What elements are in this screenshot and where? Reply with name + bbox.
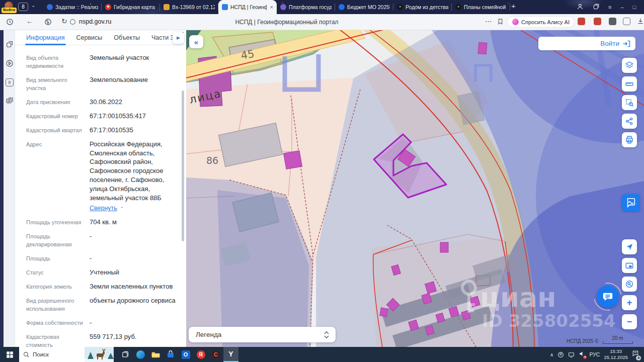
language-indicator[interactable]: РУС bbox=[589, 351, 600, 357]
yandex-browser-icon[interactable]: Y bbox=[223, 347, 238, 362]
store-icon[interactable] bbox=[163, 347, 178, 362]
chat-support-button[interactable] bbox=[597, 286, 619, 308]
login-arrow-icon bbox=[622, 40, 630, 47]
tab-favicon bbox=[280, 4, 286, 10]
history-clock-icon[interactable] bbox=[6, 18, 14, 27]
panel-scrollbar[interactable] bbox=[182, 90, 184, 241]
tab-objects[interactable]: Объекты bbox=[114, 34, 140, 41]
legend-dropdown[interactable]: Легенда bbox=[189, 327, 336, 342]
more-icon[interactable]: ⋯ bbox=[485, 17, 492, 25]
windows-stack-icon[interactable] bbox=[6, 40, 14, 48]
yandex-icon[interactable]: Я bbox=[193, 347, 208, 362]
volume-muted-icon[interactable]: ✕ bbox=[579, 350, 585, 359]
mic-icon bbox=[339, 4, 345, 10]
house-number-45: 45 bbox=[240, 48, 255, 62]
collapse-panel-button[interactable]: « bbox=[189, 35, 203, 48]
panel-tabs: Информация Сервисы Объекты Части ЗУ Сост… bbox=[15, 30, 186, 45]
profile-icon[interactable] bbox=[577, 3, 584, 12]
panorama-button[interactable] bbox=[622, 194, 639, 211]
profile-login-badge[interactable]: Войти bbox=[2, 8, 17, 13]
tab-counter[interactable]: 8 bbox=[18, 3, 28, 11]
map-attribution: НСПД 2025 © 20 m bbox=[567, 335, 641, 344]
download-icon[interactable] bbox=[637, 18, 644, 26]
tab-rodom[interactable]: + Родом из детства | Д bbox=[393, 0, 452, 14]
task-view-button[interactable] bbox=[118, 347, 133, 362]
tab-budget[interactable]: Бюджет МО 2025² 24. bbox=[335, 0, 393, 14]
info-row: Вид объекта недвижимостиЗемельный участо… bbox=[26, 53, 179, 70]
minimize-button[interactable]: – bbox=[616, 4, 628, 10]
print-button[interactable] bbox=[622, 132, 637, 147]
search-seasonal-art bbox=[85, 347, 114, 362]
layers-button[interactable] bbox=[622, 58, 637, 73]
browser-tab-bar: Войти 8 ⌄ Задатки :: Реализаци Гибридная… bbox=[0, 0, 644, 14]
tab-hybrid-map[interactable]: Гибридная карта Саф bbox=[102, 0, 160, 14]
tab-zadatki[interactable]: Задатки :: Реализаци bbox=[43, 0, 102, 14]
tab-list-chevron-icon[interactable]: ⌄ bbox=[31, 3, 35, 8]
chevron-up-icon[interactable]: ⌃ bbox=[120, 206, 124, 211]
extension-icon[interactable] bbox=[578, 18, 585, 25]
select-area-button[interactable] bbox=[622, 95, 637, 110]
nspd-favicon bbox=[222, 4, 228, 10]
tab-groups-icon[interactable] bbox=[623, 18, 630, 25]
house-number-86: 86 bbox=[206, 155, 218, 166]
play-circle-icon[interactable] bbox=[6, 59, 14, 67]
cadastral-map[interactable]: 45 86 лица циан ID 325802554 « Войти bbox=[186, 30, 644, 347]
browser-menu-icon[interactable]: ≡ bbox=[604, 4, 616, 10]
tab-panel-icon[interactable] bbox=[593, 3, 600, 12]
close-button[interactable]: ✕ bbox=[640, 4, 644, 11]
tab-plany[interactable]: + Планы семейной пое bbox=[452, 0, 510, 14]
share-button[interactable] bbox=[622, 114, 637, 129]
windows-taskbar: Поиск O Я bbox=[0, 347, 644, 362]
yandex-page-icon[interactable] bbox=[44, 18, 52, 27]
svg-text:циан: циан bbox=[480, 282, 556, 313]
tab-information[interactable]: Информация bbox=[26, 34, 65, 41]
panel-collapse-icon[interactable]: ⌃ bbox=[181, 31, 185, 36]
tab-close-icon[interactable]: × bbox=[269, 4, 273, 10]
zoom-in-button[interactable]: + bbox=[622, 295, 637, 310]
map-login-button[interactable]: Войти bbox=[538, 37, 635, 50]
url-field[interactable]: nspd.gov.ru bbox=[79, 18, 111, 25]
outlook-icon[interactable]: O bbox=[178, 347, 193, 362]
minimap-button[interactable] bbox=[622, 258, 637, 273]
tab-count-badge[interactable]: 8 bbox=[6, 78, 14, 86]
collapse-address-link[interactable]: Свернуть bbox=[90, 204, 117, 213]
notification-count-badge: 4 bbox=[636, 355, 641, 360]
c-app-icon[interactable]: C bbox=[208, 347, 223, 362]
file-explorer-icon[interactable] bbox=[148, 347, 163, 362]
maximize-button[interactable]: □ bbox=[628, 4, 641, 10]
tab-nspd-active[interactable]: НСПД | Геоинформ × bbox=[218, 0, 277, 14]
refresh-button[interactable]: ↻ bbox=[61, 17, 67, 25]
browser-sidebar: 8 bbox=[4, 30, 15, 347]
panorama-icon bbox=[625, 197, 636, 208]
info-row: Форма собственности- bbox=[26, 318, 179, 327]
alice-icon bbox=[512, 19, 519, 25]
taskbar-search-box[interactable]: Поиск bbox=[19, 347, 114, 362]
search-on-map-button[interactable] bbox=[622, 277, 637, 292]
ruler-button[interactable] bbox=[622, 76, 637, 92]
notification-icon[interactable]: 4 bbox=[632, 350, 639, 359]
screenshot-icon[interactable] bbox=[6, 97, 14, 105]
browser-theme-strip bbox=[0, 30, 4, 347]
info-row-address: Адрес Российская Федерация, Смоленская о… bbox=[26, 140, 179, 213]
tab-vh13969[interactable]: Вх-13969 от 02.12.202 bbox=[160, 0, 218, 14]
extension-icon[interactable] bbox=[609, 18, 616, 25]
edge-icon[interactable] bbox=[133, 347, 148, 362]
bookmark-icon[interactable] bbox=[497, 18, 504, 27]
info-row: Площадь декларированная- bbox=[26, 232, 179, 249]
extension-icon[interactable] bbox=[594, 18, 601, 25]
start-button[interactable] bbox=[0, 347, 19, 362]
tray-person-icon[interactable] bbox=[557, 351, 564, 358]
ask-alice-button[interactable]: Спросить Алису AI bbox=[507, 16, 575, 28]
tray-expand-icon[interactable]: ∧ bbox=[550, 352, 553, 357]
zoom-out-button[interactable]: − bbox=[622, 314, 637, 329]
back-button[interactable]: ← bbox=[26, 17, 33, 25]
new-tab-button[interactable]: + bbox=[511, 2, 516, 10]
window-controls: ≡ – □ ✕ bbox=[604, 0, 644, 14]
tab-services[interactable]: Сервисы bbox=[76, 34, 103, 41]
my-location-button[interactable] bbox=[622, 239, 637, 254]
tab-platforma[interactable]: Платформа государст bbox=[277, 0, 335, 14]
clock[interactable]: 15:33 25.12.2025 bbox=[604, 348, 628, 360]
scale-bar: 20 m bbox=[603, 335, 633, 344]
network-icon[interactable] bbox=[568, 351, 575, 358]
info-row: Площадь- bbox=[26, 254, 179, 263]
